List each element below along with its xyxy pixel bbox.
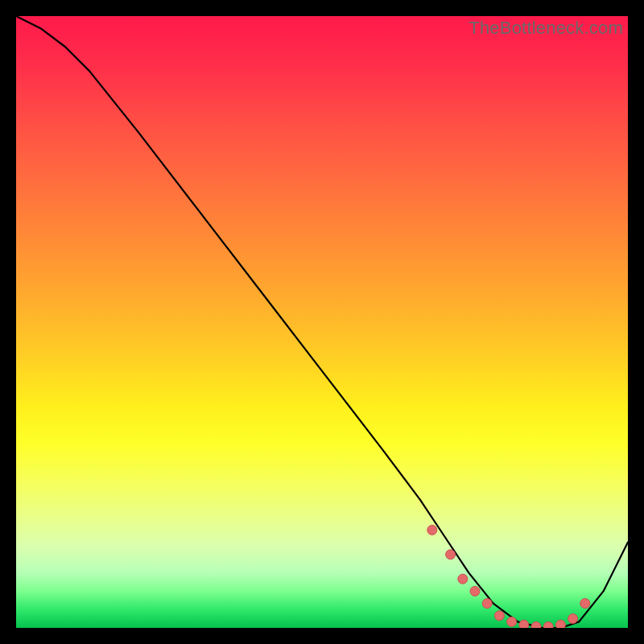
- chart-frame: TheBottleneck.com: [16, 16, 628, 628]
- bottleneck-dot: [458, 574, 468, 584]
- bottleneck-dot: [482, 599, 492, 609]
- bottleneck-dot: [568, 614, 578, 624]
- bottleneck-dot: [446, 550, 456, 559]
- bottleneck-dot: [507, 617, 517, 626]
- bottleneck-dot: [427, 525, 437, 535]
- bottleneck-dot: [531, 622, 541, 629]
- bottleneck-dot: [543, 622, 553, 629]
- bottleneck-dot: [555, 620, 565, 628]
- bottleneck-curve: [16, 16, 628, 628]
- bottleneck-dot: [470, 586, 480, 596]
- bottleneck-dot: [494, 611, 504, 621]
- bottleneck-dot: [519, 620, 529, 628]
- bottleneck-dot: [580, 599, 590, 609]
- chart-svg: [16, 16, 628, 628]
- watermark-text: TheBottleneck.com: [469, 18, 623, 39]
- bottleneck-dots-group: [427, 525, 590, 628]
